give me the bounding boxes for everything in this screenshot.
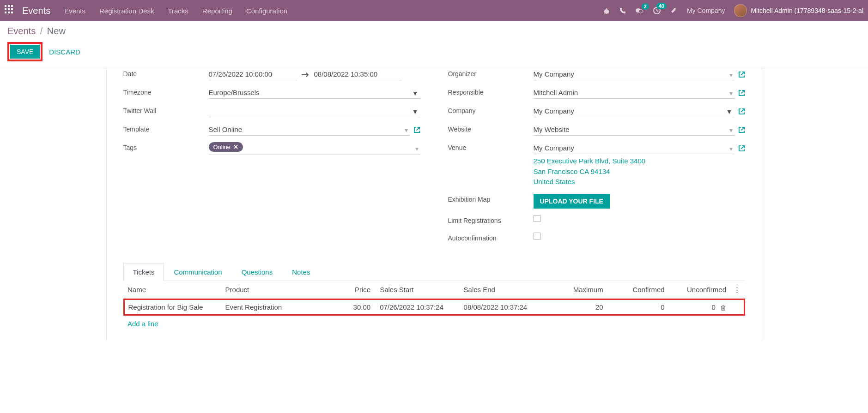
cell-unconfirmed[interactable]: 0 — [668, 299, 730, 315]
form-right-col: Organizer ▾ Responsible ▾ — [448, 68, 745, 250]
form-left-col: Date Timezone ▼ Twitter Wall — [123, 68, 420, 250]
timezone-select[interactable] — [209, 87, 420, 99]
svg-rect-4 — [8, 8, 10, 10]
user-name: Mitchell Admin (17789348-saas-15-2-al — [751, 7, 863, 14]
phone-icon[interactable] — [619, 7, 626, 15]
twitter-select[interactable] — [209, 105, 420, 117]
th-product[interactable]: Product — [222, 281, 332, 299]
breadcrumb-sep: / — [40, 26, 43, 36]
svg-line-24 — [741, 146, 744, 149]
svg-rect-0 — [5, 5, 6, 7]
svg-rect-3 — [5, 8, 6, 10]
th-unconfirmed[interactable]: Unconfirmed — [668, 281, 730, 299]
cell-product[interactable]: Event Registration — [222, 299, 332, 315]
external-link-icon[interactable] — [738, 71, 745, 78]
tab-questions[interactable]: Questions — [232, 263, 283, 281]
external-link-icon[interactable] — [738, 89, 745, 97]
th-price[interactable]: Price — [331, 281, 374, 299]
svg-rect-1 — [8, 5, 10, 7]
date-end-input[interactable] — [314, 68, 402, 80]
bug-icon[interactable] — [603, 6, 610, 14]
add-line-link[interactable]: Add a line — [124, 315, 744, 332]
tag-remove-icon[interactable]: ✕ — [233, 144, 238, 150]
venue-select[interactable] — [534, 142, 734, 154]
activity-badge: 40 — [656, 3, 667, 9]
svg-rect-7 — [8, 12, 10, 13]
svg-line-19 — [416, 127, 419, 131]
th-start[interactable]: Sales Start — [374, 281, 460, 299]
limit-reg-checkbox[interactable] — [534, 215, 540, 222]
external-link-icon[interactable] — [738, 126, 745, 134]
upload-button[interactable]: UPLOAD YOUR FILE — [534, 194, 610, 209]
activity-clock-icon[interactable]: 40 — [653, 6, 661, 15]
address-line1: 250 Executive Park Blvd, Suite 3400 — [534, 156, 745, 167]
table-row[interactable]: Registration for Big Sale Event Registra… — [124, 299, 744, 315]
address-line2: San Francisco CA 94134 — [534, 167, 745, 177]
limit-reg-label: Limit Registrations — [448, 215, 534, 224]
tab-communication[interactable]: Communication — [164, 263, 231, 281]
save-button[interactable]: SAVE — [10, 45, 40, 59]
twitter-label: Twitter Wall — [123, 105, 209, 114]
date-start-input[interactable] — [209, 68, 297, 80]
responsible-label: Responsible — [448, 87, 534, 96]
svg-line-21 — [741, 90, 744, 94]
responsible-select[interactable] — [534, 87, 734, 99]
tab-tickets[interactable]: Tickets — [123, 263, 164, 281]
tabs: Tickets Communication Questions Notes — [123, 263, 745, 281]
cell-name[interactable]: Registration for Big Sale — [124, 299, 222, 315]
tab-notes[interactable]: Notes — [282, 263, 320, 281]
svg-line-23 — [741, 127, 744, 131]
th-confirmed[interactable]: Confirmed — [607, 281, 668, 299]
breadcrumb-current: New — [47, 26, 66, 36]
th-max[interactable]: Maximum — [546, 281, 607, 299]
exhibition-label: Exhibition Map — [448, 194, 534, 203]
organizer-label: Organizer — [448, 68, 534, 78]
website-select[interactable] — [534, 124, 734, 136]
autoconfirm-checkbox[interactable] — [534, 233, 540, 239]
timezone-label: Timezone — [123, 87, 209, 96]
external-link-icon[interactable] — [738, 144, 745, 152]
autoconfirm-label: Autoconfirmation — [448, 233, 534, 242]
cell-end[interactable]: 08/08/2022 10:37:24 — [460, 299, 546, 315]
th-kebab[interactable]: ⋮ — [730, 281, 744, 299]
svg-rect-5 — [11, 8, 13, 10]
kebab-icon[interactable]: ⋮ — [734, 286, 741, 293]
organizer-select[interactable] — [534, 68, 734, 80]
cell-confirmed[interactable]: 0 — [607, 299, 668, 315]
company-switcher[interactable]: My Company — [687, 7, 725, 14]
company-select[interactable] — [534, 105, 734, 117]
svg-line-22 — [741, 109, 744, 112]
nav-tracks[interactable]: Tracks — [168, 7, 188, 15]
template-select[interactable] — [209, 124, 410, 136]
control-panel: Events / New SAVE DISCARD — [0, 21, 868, 68]
svg-rect-2 — [11, 5, 13, 7]
th-end[interactable]: Sales End — [460, 281, 546, 299]
external-link-icon[interactable] — [413, 126, 420, 134]
nav-events[interactable]: Events — [64, 7, 85, 15]
cell-price[interactable]: 30.00 — [331, 299, 374, 315]
app-brand[interactable]: Events — [22, 6, 50, 16]
external-link-icon[interactable] — [738, 108, 745, 115]
nav-registration-desk[interactable]: Registration Desk — [99, 7, 154, 15]
website-label: Website — [448, 124, 534, 133]
breadcrumb: Events / New — [7, 26, 861, 36]
cell-start[interactable]: 07/26/2022 10:37:24 — [374, 299, 460, 315]
arrow-right-icon — [301, 71, 310, 78]
th-name[interactable]: Name — [124, 281, 222, 299]
messages-badge: 2 — [642, 3, 649, 10]
tools-icon[interactable] — [670, 6, 678, 14]
discard-button[interactable]: DISCARD — [47, 45, 82, 59]
apps-icon[interactable] — [5, 5, 16, 16]
cell-max[interactable]: 20 — [546, 299, 607, 315]
trash-icon[interactable] — [720, 303, 726, 311]
nav-configuration[interactable]: Configuration — [246, 7, 287, 15]
template-label: Template — [123, 124, 209, 133]
nav-reporting[interactable]: Reporting — [202, 7, 232, 15]
user-menu[interactable]: Mitchell Admin (17789348-saas-15-2-al — [734, 4, 863, 17]
tag-online[interactable]: Online ✕ — [209, 142, 243, 152]
svg-rect-25 — [722, 306, 725, 310]
avatar — [734, 4, 747, 17]
breadcrumb-root[interactable]: Events — [7, 26, 36, 36]
svg-rect-8 — [11, 12, 13, 13]
messages-icon[interactable]: 2 — [636, 7, 643, 15]
